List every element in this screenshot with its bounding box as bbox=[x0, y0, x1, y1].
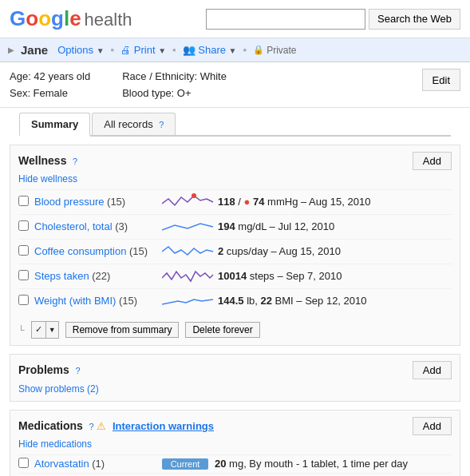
svg-point-0 bbox=[192, 193, 196, 198]
atorvastatin-link[interactable]: Atorvastatin (1) bbox=[34, 458, 162, 470]
medications-title-area: Medications ? ⚠ Interaction warnings bbox=[18, 419, 214, 432]
weight-chart bbox=[162, 292, 218, 311]
coffee-chart bbox=[162, 242, 218, 261]
problems-section: Problems ? Add Show problems (2) bbox=[10, 354, 460, 402]
hide-wellness-link[interactable]: Hide wellness bbox=[18, 173, 452, 184]
steps-chart bbox=[162, 267, 218, 286]
age-label: Age: 42 years old bbox=[10, 69, 90, 85]
blood-pressure-link[interactable]: Blood pressure (15) bbox=[34, 196, 162, 208]
medications-title: Medications bbox=[18, 419, 83, 432]
steps-link[interactable]: Steps taken (22) bbox=[34, 270, 162, 282]
wellness-section: Wellness ? Add Hide wellness Blood press… bbox=[10, 145, 460, 346]
edit-button[interactable]: Edit bbox=[422, 69, 460, 91]
logo-health: health bbox=[85, 10, 132, 30]
weight-value: 144.5 lb, 22 BMI – Sep 12, 2010 bbox=[218, 295, 452, 307]
tabs: Summary All records ? bbox=[19, 113, 451, 137]
atorvastatin-value: 20 mg, By mouth - 1 tablet, 1 time per d… bbox=[215, 458, 452, 470]
wellness-check-dropdown[interactable]: ✓ ▼ bbox=[31, 321, 59, 339]
wellness-header: Wellness ? Add bbox=[18, 152, 452, 170]
problems-help-icon[interactable]: ? bbox=[75, 366, 80, 375]
wellness-delete-button[interactable]: Delete forever bbox=[185, 322, 259, 338]
nav-options-link[interactable]: Options ▼ bbox=[57, 44, 104, 56]
wellness-add-button[interactable]: Add bbox=[413, 152, 452, 170]
nav-print-link[interactable]: 🖨 Print ▼ bbox=[120, 44, 166, 56]
cholesterol-chart bbox=[162, 217, 218, 236]
all-records-help-icon[interactable]: ? bbox=[159, 120, 164, 129]
blood-type-label: Blood type: O+ bbox=[122, 85, 421, 102]
wellness-item-steps: Steps taken (22) 10014 steps – Sep 7, 20… bbox=[18, 264, 452, 288]
medications-help-icon[interactable]: ? bbox=[89, 422, 94, 431]
coffee-link[interactable]: Coffee consumption (15) bbox=[34, 245, 162, 257]
warning-icon: ⚠ bbox=[97, 420, 106, 432]
med-item-fosinopril: Fosinopril (3) Current 10 mg, By mouth -… bbox=[18, 473, 452, 476]
blood-pressure-checkbox[interactable] bbox=[18, 196, 34, 208]
problems-header: Problems ? Add bbox=[18, 361, 452, 379]
nav-arrow-icon: ▶ bbox=[8, 46, 14, 54]
medications-header: Medications ? ⚠ Interaction warnings Add bbox=[18, 417, 452, 435]
medications-add-button[interactable]: Add bbox=[413, 417, 452, 435]
atorvastatin-status: Current bbox=[162, 458, 208, 470]
options-dropdown-icon: ▼ bbox=[97, 46, 105, 55]
wellness-action-row: └ ✓ ▼ Remove from summary Delete forever bbox=[18, 318, 452, 339]
check-arrow-icon: ▼ bbox=[45, 322, 58, 338]
nav-bar: ▶ Jane Options ▼ ▪ 🖨 Print ▼ ▪ 👥 Share ▼… bbox=[0, 38, 470, 62]
wellness-indent: └ bbox=[18, 325, 25, 335]
tab-all-records[interactable]: All records ? bbox=[92, 113, 176, 135]
coffee-value: 2 cups/day – Aug 15, 2010 bbox=[218, 245, 452, 257]
wellness-help-icon[interactable]: ? bbox=[73, 157, 77, 166]
wellness-title: Wellness bbox=[18, 154, 66, 167]
nav-user-name: Jane bbox=[21, 43, 48, 57]
interaction-warnings-link[interactable]: Interaction warnings bbox=[113, 420, 214, 432]
cholesterol-checkbox[interactable] bbox=[18, 220, 34, 233]
wellness-item-cholesterol: Cholesterol, total (3) 194 mg/dL – Jul 1… bbox=[18, 214, 452, 239]
coffee-checkbox[interactable] bbox=[18, 245, 34, 258]
search-area: Search the Web bbox=[206, 9, 460, 30]
blood-pressure-value: 118 / ● 74 mmHg – Aug 15, 2010 bbox=[218, 196, 452, 208]
cholesterol-value: 194 mg/dL – Jul 12, 2010 bbox=[218, 220, 452, 232]
show-problems-link[interactable]: Show problems (2) bbox=[18, 383, 99, 395]
nav-private: 🔒 Private bbox=[253, 45, 296, 56]
search-input[interactable] bbox=[206, 9, 365, 30]
steps-value: 10014 steps – Sep 7, 2010 bbox=[218, 270, 452, 282]
share-dropdown-icon: ▼ bbox=[229, 46, 237, 55]
nav-share-link[interactable]: 👥 Share ▼ bbox=[183, 44, 237, 56]
problems-title: Problems bbox=[18, 363, 69, 376]
cholesterol-link[interactable]: Cholesterol, total (3) bbox=[34, 220, 162, 232]
profile-section: Age: 42 years old Sex: Female Race / Eth… bbox=[0, 62, 470, 108]
atorvastatin-checkbox[interactable] bbox=[18, 458, 34, 470]
wellness-item-coffee: Coffee consumption (15) 2 cups/day – Aug… bbox=[18, 239, 452, 264]
wellness-remove-button[interactable]: Remove from summary bbox=[65, 322, 180, 338]
weight-checkbox[interactable] bbox=[18, 295, 34, 307]
tabs-container: Summary All records ? bbox=[0, 113, 470, 137]
profile-left: Age: 42 years old Sex: Female bbox=[10, 69, 90, 102]
content-area: Wellness ? Add Hide wellness Blood press… bbox=[0, 137, 470, 476]
search-button[interactable]: Search the Web bbox=[369, 9, 460, 30]
hide-medications-link[interactable]: Hide medications bbox=[18, 438, 452, 450]
lock-icon: 🔒 bbox=[253, 45, 264, 55]
tab-summary[interactable]: Summary bbox=[19, 113, 90, 137]
wellness-title-area: Wellness ? bbox=[18, 154, 77, 167]
steps-checkbox[interactable] bbox=[18, 270, 34, 283]
print-dropdown-icon: ▼ bbox=[158, 46, 166, 55]
logo: Google health bbox=[10, 6, 132, 31]
problems-title-area: Problems ? bbox=[18, 363, 81, 376]
logo-google: Google bbox=[10, 6, 81, 31]
check-icon: ✓ bbox=[32, 322, 45, 338]
medications-section: Medications ? ⚠ Interaction warnings Add… bbox=[10, 410, 460, 476]
wellness-item-blood-pressure: Blood pressure (15) 118 / ● 74 mmHg – Au… bbox=[18, 189, 452, 214]
header: Google health Search the Web bbox=[0, 0, 470, 38]
wellness-item-weight: Weight (with BMI) (15) 144.5 lb, 22 BMI … bbox=[18, 288, 452, 313]
problems-add-button[interactable]: Add bbox=[413, 361, 452, 379]
weight-link[interactable]: Weight (with BMI) (15) bbox=[34, 295, 162, 307]
med-item-atorvastatin: Atorvastatin (1) Current 20 mg, By mouth… bbox=[18, 454, 452, 473]
sex-label: Sex: Female bbox=[10, 85, 90, 102]
blood-pressure-chart bbox=[162, 192, 218, 212]
race-label: Race / Ethnicity: White bbox=[122, 69, 421, 85]
profile-right: Race / Ethnicity: White Blood type: O+ bbox=[122, 69, 421, 102]
print-icon: 🖨 bbox=[120, 44, 131, 56]
share-icon: 👥 bbox=[183, 44, 196, 56]
